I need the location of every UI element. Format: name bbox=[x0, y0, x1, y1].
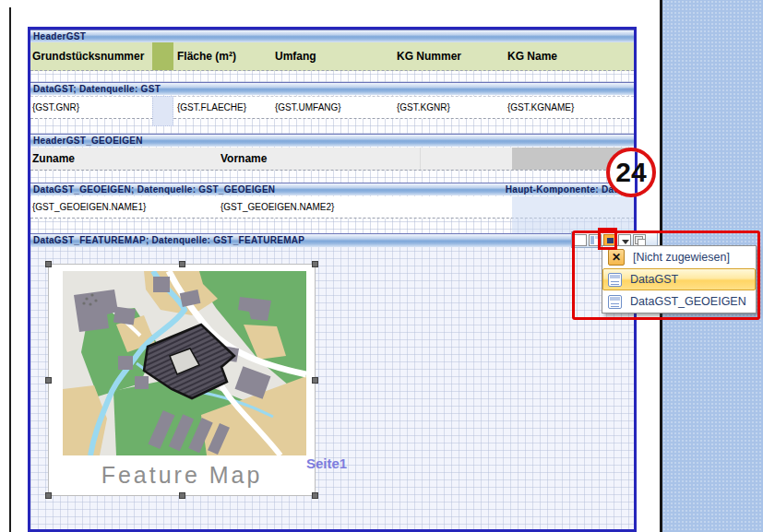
band-bar-datagst[interactable]: DataGST; Datenquelle: GST bbox=[30, 82, 634, 95]
resize-handle-se[interactable] bbox=[312, 492, 318, 499]
selected-column-cell[interactable] bbox=[152, 42, 173, 70]
field-gst-flaeche[interactable]: {GST.FLAECHE} bbox=[175, 97, 273, 118]
band-title-text: DataGST_GEOEIGEN; Datenquelle: GST_GEOEI… bbox=[33, 184, 275, 195]
selected-column-strip[interactable] bbox=[152, 96, 173, 126]
field-gst-kgnr[interactable]: {GST.KGNR} bbox=[395, 97, 506, 118]
annotation-step-number: 24 bbox=[610, 151, 652, 194]
gst-header-row: Grundstücksnummer Fläche (m²) Umfang KG … bbox=[30, 42, 634, 71]
column-header-kgname[interactable]: KG Name bbox=[506, 42, 634, 70]
annotation-step-circle: 24 bbox=[606, 148, 656, 197]
window-edge-line bbox=[9, 7, 11, 532]
column-header-flaeche[interactable]: Fläche (m²) bbox=[175, 42, 273, 70]
field-gst-gnr[interactable]: {GST.GNR} bbox=[30, 97, 152, 118]
field-geoeigen-name2[interactable]: {GST_GEOEIGEN.NAME2} bbox=[219, 196, 420, 218]
annotation-highlight-box bbox=[598, 228, 617, 250]
feature-map-image bbox=[63, 271, 306, 455]
band-bar-datagst-featuremap[interactable]: DataGST_FEATUREMAP; Datenquelle: GST_FEA… bbox=[30, 233, 634, 247]
resize-handle-nw[interactable] bbox=[45, 261, 52, 267]
geoeigen-header-row: Zuname Vorname bbox=[30, 148, 634, 171]
column-header-vorname[interactable]: Vorname bbox=[219, 148, 420, 170]
resize-handle-e[interactable] bbox=[312, 377, 318, 384]
cell-divider bbox=[420, 148, 421, 170]
page-name-watermark: Seite1 bbox=[306, 455, 347, 471]
gst-field-row: {GST.GNR} {GST.FLAECHE} {GST.UMFANG} {GS… bbox=[30, 96, 634, 119]
featuremap-image-object[interactable]: Feature Map bbox=[48, 264, 316, 496]
band-bar-headergst[interactable]: HeaderGST bbox=[30, 30, 634, 42]
band-bar-datagst-geoeigen[interactable]: DataGST_GEOEIGEN; Datenquelle: GST_GEOEI… bbox=[30, 183, 634, 195]
column-header-grundstuecksnummer[interactable]: Grundstücksnummer bbox=[30, 42, 152, 70]
band-bar-headergst-geoeigen[interactable]: HeaderGST_GEOEIGEN bbox=[30, 134, 634, 147]
map-caption: Feature Map bbox=[49, 462, 315, 489]
resize-handle-w[interactable] bbox=[45, 377, 52, 384]
field-geoeigen-name1[interactable]: {GST_GEOEIGEN.NAME1} bbox=[30, 196, 219, 218]
report-page: HeaderGST Grundstücksnummer Fläche (m²) … bbox=[28, 27, 637, 532]
resize-handle-sw[interactable] bbox=[45, 492, 52, 499]
column-header-kgnummer[interactable]: KG Nummer bbox=[395, 42, 506, 70]
field-gst-kgname[interactable]: {GST.KGNAME} bbox=[506, 97, 634, 118]
resize-handle-ne[interactable] bbox=[312, 261, 318, 267]
column-header-umfang[interactable]: Umfang bbox=[273, 42, 395, 70]
resize-handle-n[interactable] bbox=[179, 261, 185, 267]
field-gst-umfang[interactable]: {GST.UMFANG} bbox=[273, 97, 395, 118]
column-header-zuname[interactable]: Zuname bbox=[30, 148, 219, 170]
resize-handle-s[interactable] bbox=[179, 492, 185, 499]
